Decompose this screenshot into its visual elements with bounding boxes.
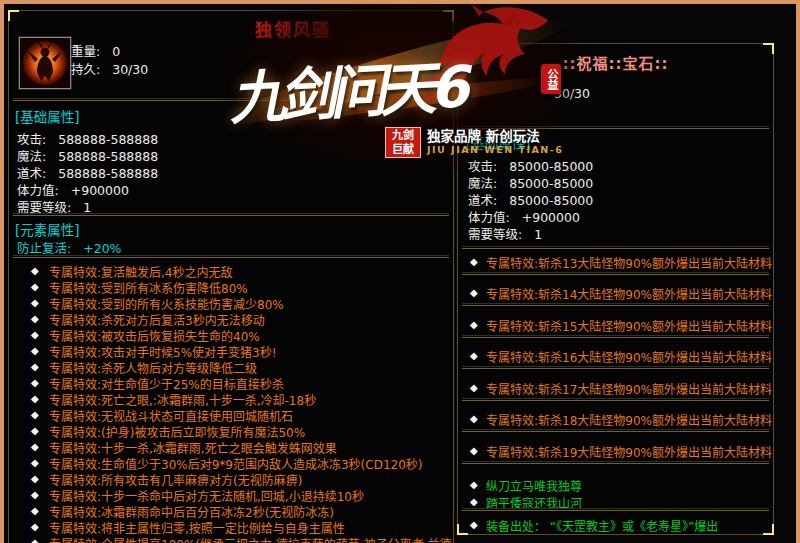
effect-row: ◆专属特效:全属性提高100%(继承三把之力,德拉克萨的萌芽,神子分离者,兰德里… — [9, 535, 453, 543]
effect-row: ◆专属特效:十步一杀命中后对方无法随机,回城,小退持续10秒 — [9, 487, 453, 503]
stat-value: +20% — [83, 241, 121, 256]
effect-text: 专属特效:(护身)被攻击后立即恢复所有魔法50% — [49, 423, 305, 439]
weight-label: 重量: — [71, 44, 100, 59]
section-divider — [462, 246, 769, 249]
effect-text: 专属特效:冰霜群雨命中后百分百冰冻2秒(无视防冰冻) — [49, 503, 334, 519]
effect-text: 专属特效:十步一杀,冰霜群雨,死亡之眼会触发蛛网效果 — [49, 439, 337, 455]
stat-value: 588888-588888 — [58, 166, 158, 181]
stat-label: 魔法: — [468, 176, 497, 191]
effect-row: ◆专属特效:对生命值少于25%的目标直接秒杀 — [9, 375, 453, 391]
corner-accent — [457, 43, 468, 54]
diamond-icon: ◆ — [470, 350, 478, 361]
corner-accent — [443, 10, 454, 21]
effect-text: 专属特效:复活触发后,4秒之内无敌 — [49, 263, 233, 279]
stat-value: 85000-85000 — [509, 176, 593, 191]
stat-label: 需要等级: — [468, 227, 522, 242]
section-divider — [462, 366, 769, 369]
effect-row: ◆专属特效:斩杀15大陆怪物90%额外爆出当前大陆材料. — [458, 317, 773, 333]
diamond-icon: ◆ — [470, 479, 478, 490]
section-divider — [462, 398, 769, 401]
section-divider — [462, 303, 769, 306]
effect-text: 专属特效:斩杀14大陆怪物90%额外爆出当前大陆材料. — [486, 285, 773, 301]
diamond-icon: ◆ — [470, 445, 478, 456]
effect-row: ◆专属特效:无视战斗状态可直接使用回城随机石 — [9, 407, 453, 423]
diamond-icon: ◆ — [31, 441, 39, 452]
weight-value: 0 — [112, 44, 120, 59]
diamond-icon: ◆ — [470, 413, 478, 424]
diamond-icon: ◆ — [31, 537, 39, 543]
section-divider — [462, 461, 769, 464]
stat-value: 85000-85000 — [509, 193, 593, 208]
diamond-icon: ◆ — [31, 265, 39, 276]
lore-text: 纵刀立马唯我独尊 — [486, 477, 582, 493]
section-divider — [462, 126, 769, 129]
diamond-icon: ◆ — [31, 377, 39, 388]
diamond-icon: ◆ — [31, 297, 39, 308]
stat-value: 588888-588888 — [58, 132, 158, 147]
stat-label: 防止复活: — [17, 241, 71, 256]
item-source-row: ◆装备出处： “《天罡教主》或《老寿星》”爆出 — [458, 517, 773, 533]
stat-value: 588888-588888 — [58, 149, 158, 164]
item-name-title: 独领风骚 — [255, 16, 331, 41]
section-divider — [462, 429, 769, 432]
effect-row: ◆专属特效:死亡之眼,:冰霜群雨,十步一杀,冷却-18秒 — [9, 391, 453, 407]
section-divider — [462, 272, 769, 275]
effect-row: ◆专属特效:斩杀17大陆怪物90%额外爆出当前大陆材料. — [458, 380, 773, 396]
effect-row: ◆专属特效:(护身)被攻击后立即恢复所有魔法50% — [9, 423, 453, 439]
durability-value: 30/30 — [554, 86, 590, 101]
effect-row: ◆专属特效:十步一杀,冰霜群雨,死亡之眼会触发蛛网效果 — [9, 439, 453, 455]
effect-row: ◆专属特效:斩杀13大陆怪物90%额外爆出当前大陆材料. — [458, 254, 773, 270]
effect-row: ◆专属特效:斩杀14大陆怪物90%额外爆出当前大陆材料. — [458, 285, 773, 301]
section-divider — [462, 508, 769, 511]
effect-row: ◆专属特效:复活触发后,4秒之内无敌 — [9, 263, 453, 279]
corner-accent — [763, 43, 774, 54]
stat-row-level: 需要等级: 1 — [468, 224, 542, 243]
diamond-icon: ◆ — [31, 281, 39, 292]
item-icon — [19, 37, 71, 89]
stat-value: 1 — [534, 227, 542, 242]
effect-text: 专属特效:被攻击后恢复损失生命的40% — [49, 327, 260, 343]
diamond-icon: ◆ — [470, 496, 478, 507]
diamond-icon: ◆ — [31, 313, 39, 324]
effect-text: 专属特效:杀死人物后对方等级降低二级 — [49, 359, 257, 375]
stat-label: 体力值: — [17, 183, 59, 198]
diamond-icon: ◆ — [470, 519, 478, 530]
durability-label: 持久: — [71, 62, 100, 77]
effect-row: ◆专属特效:受到所有冰系伤害降低80% — [9, 279, 453, 295]
effect-row: ◆专属特效:斩杀19大陆怪物90%额外爆出当前大陆材料. — [458, 443, 773, 459]
effect-row: ◆专属特效:被攻击后恢复损失生命的40% — [9, 327, 453, 343]
diamond-icon: ◆ — [31, 345, 39, 356]
stat-label: 道术: — [468, 193, 497, 208]
effect-text: 专属特效:攻击对手时候5%使对手变猪3秒! — [49, 343, 277, 359]
effect-text: 专属特效:无视战斗状态可直接使用回城随机石 — [49, 407, 293, 423]
corner-accent — [8, 10, 19, 21]
stat-value: +900000 — [71, 183, 129, 198]
stat-label: 攻击: — [17, 132, 46, 147]
effect-row: ◆专属特效:生命值少于30%后对9*9范围内敌人造成冰冻3秒(CD120秒) — [9, 455, 453, 471]
stat-label: 道术: — [17, 166, 46, 181]
effect-row: ◆专属特效:杀死人物后对方等级降低二级 — [9, 359, 453, 375]
effect-row: ◆专属特效:杀死对方后复活3秒内无法移动 — [9, 311, 453, 327]
effect-row: ◆专属特效:斩杀16大陆怪物90%额外爆出当前大陆材料. — [458, 348, 773, 364]
stat-value: 85000-85000 — [509, 159, 593, 174]
effect-row: ◆专属特效:受到的所有火系技能伤害减少80% — [9, 295, 453, 311]
diamond-icon: ◆ — [31, 521, 39, 532]
right-item-tooltip: ::祝福::宝石:: 30/30 [基础属性] 攻击: 85000-85000 … — [457, 43, 774, 535]
effect-row: ◆专属特效:冰霜群雨命中后百分百冰冻2秒(无视防冰冻) — [9, 503, 453, 519]
weight-row: 重量: 0 — [71, 41, 120, 60]
stat-label: 体力值: — [468, 210, 510, 225]
diamond-icon: ◆ — [31, 361, 39, 372]
item-source-text: 装备出处： “《天罡教主》或《老寿星》”爆出 — [486, 517, 718, 533]
stat-label: 魔法: — [17, 149, 46, 164]
effect-text: 专属特效:斩杀18大陆怪物90%额外爆出当前大陆材料. — [486, 411, 773, 427]
section-divider — [462, 335, 769, 338]
effect-row: ◆专属特效:将非主属性归零,按照一定比例给与自身主属性 — [9, 519, 453, 535]
effect-text: 专属特效:杀死对方后复活3秒内无法移动 — [49, 311, 265, 327]
effect-row: ◆专属特效:斩杀18大陆怪物90%额外爆出当前大陆材料. — [458, 411, 773, 427]
base-attributes-header: [基础属性] — [15, 106, 80, 126]
effect-text: 专属特效:斩杀15大陆怪物90%额外爆出当前大陆材料. — [486, 317, 773, 333]
diamond-icon: ◆ — [31, 457, 39, 468]
element-attributes-header: [元素属性] — [15, 219, 80, 239]
left-item-tooltip: 重量: 0 持久: 30/30 独领风骚 [基础属性] 攻击: 588888-5… — [8, 10, 454, 543]
effect-text: 专属特效:十步一杀命中后对方无法随机,回城,小退持续10秒 — [49, 487, 364, 503]
